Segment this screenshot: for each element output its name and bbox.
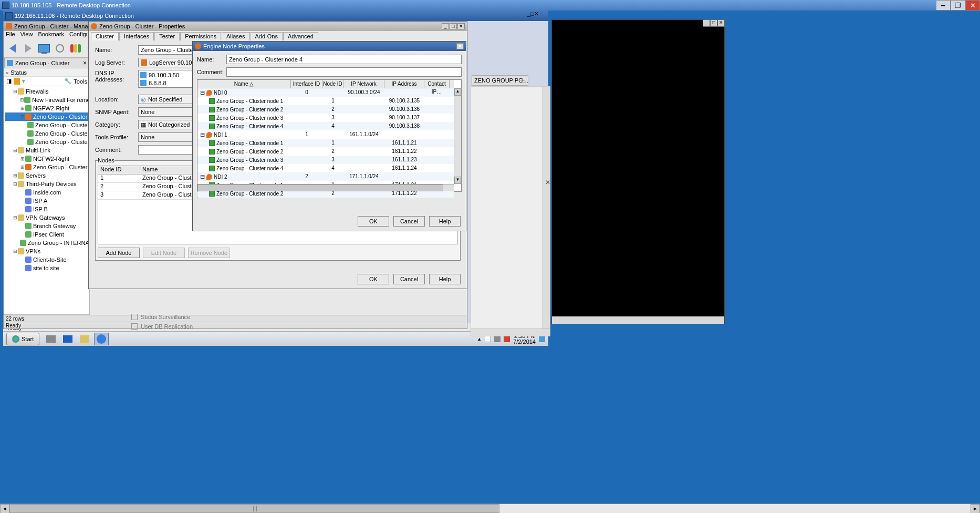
table-row[interactable]: Zeno Group - Cluster node 2290.100.3.136: [197, 105, 454, 114]
tree-item[interactable]: ⊟Zeno Group - Cluster: [5, 112, 88, 121]
maximize-button[interactable]: □: [530, 11, 534, 17]
minimize-button[interactable]: _: [703, 19, 710, 27]
tray-flag-icon[interactable]: [485, 336, 491, 342]
ok-button[interactable]: OK: [358, 216, 389, 227]
tree-item[interactable]: ⊞Zeno Group - Cluster: [5, 163, 88, 171]
engine-comment-field[interactable]: [226, 67, 462, 77]
col-contactip[interactable]: Contact IP…: [424, 80, 450, 88]
wrench-icon[interactable]: 🔧: [64, 78, 71, 85]
props-titlebar[interactable]: Zeno Group - Cluster - Properties _ □ ✕: [89, 22, 467, 31]
filter-icon[interactable]: ◨: [6, 78, 12, 85]
menu-file[interactable]: File: [6, 31, 15, 39]
vertical-scrollbar[interactable]: ▲▼: [454, 88, 461, 184]
add-node-button[interactable]: Add Node: [98, 248, 140, 258]
ok-button[interactable]: OK: [358, 274, 389, 284]
col-name[interactable]: Name △: [197, 80, 291, 88]
side-tab[interactable]: Zeno Group - Cluster ×: [4, 58, 89, 68]
cancel-button[interactable]: Cancel: [393, 274, 425, 284]
tree-item[interactable]: ⊟VPN Gateways: [5, 213, 88, 222]
task-folder[interactable]: [77, 333, 92, 345]
tree-item[interactable]: ⊟Multi-Link: [5, 146, 88, 155]
table-row[interactable]: Zeno Group - Cluster node 4490.100.3.138: [197, 122, 454, 130]
tray-network-icon[interactable]: [494, 336, 501, 342]
table-row[interactable]: ⊟NDI 0090.100.3.0/24: [197, 88, 454, 97]
tools-label[interactable]: Tools: [74, 78, 87, 85]
start-button[interactable]: Start: [6, 333, 39, 345]
settings-button[interactable]: [53, 42, 67, 55]
tree-item[interactable]: ⊟VPNs: [5, 247, 88, 255]
help-button[interactable]: Help: [429, 216, 461, 227]
scroll-left-button[interactable]: ◄: [0, 504, 9, 513]
tree-item[interactable]: ⊞NGFW2-Right: [5, 155, 88, 163]
status-lights-button[interactable]: [69, 42, 82, 55]
menu-view[interactable]: View: [20, 31, 33, 39]
scroll-right-button[interactable]: ►: [971, 504, 980, 513]
tree-item[interactable]: ⊟Firewalls: [5, 87, 88, 96]
add-tab-button[interactable]: +: [520, 76, 525, 85]
close-icon[interactable]: ×: [83, 59, 87, 67]
nav-back-button[interactable]: [6, 42, 19, 55]
console-window[interactable]: _□✕: [551, 19, 725, 324]
table-row[interactable]: Zeno Group - Cluster node 3390.100.3.137: [197, 114, 454, 122]
monitor-button[interactable]: [37, 42, 51, 55]
close-button[interactable]: ✕: [965, 0, 980, 11]
chk-status-surv[interactable]: Status Surveillance: [131, 312, 467, 322]
cancel-button[interactable]: Cancel: [393, 216, 425, 227]
horizontal-scrollbar[interactable]: [471, 329, 550, 336]
col-nodeid[interactable]: Node ID: [98, 166, 140, 174]
tree-item[interactable]: Zeno Group - Cluster no: [5, 138, 88, 146]
tree-item[interactable]: ISP B: [5, 205, 88, 213]
panel-close-button[interactable]: ✕: [545, 179, 551, 185]
outer-scrollbar[interactable]: ◄ ►: [0, 504, 980, 513]
minimize-button[interactable]: _: [442, 23, 449, 29]
col-interfaceid[interactable]: Interface ID: [291, 80, 322, 88]
tree-item[interactable]: Branch Gateway: [5, 222, 88, 230]
chk-user-db-repl[interactable]: User DB Replication: [131, 322, 467, 331]
engine-name-field[interactable]: Zeno Group - Cluster node 4: [226, 55, 462, 64]
task-explorer[interactable]: [44, 333, 58, 345]
hierarchy-icon[interactable]: [14, 78, 20, 85]
maximize-button[interactable]: ❐: [951, 0, 965, 11]
tray-sound-icon[interactable]: [504, 336, 510, 342]
close-button[interactable]: ✕: [456, 43, 464, 49]
tree-item[interactable]: Zeno Group - Cluster no: [5, 129, 88, 138]
close-button[interactable]: ✕: [717, 19, 725, 27]
help-button[interactable]: Help: [429, 274, 461, 284]
table-row[interactable]: Zeno Group - Cluster node 44161.1.1.24: [197, 164, 454, 172]
tree-item[interactable]: Inside.com: [5, 188, 88, 197]
engine-table[interactable]: Name △ Interface ID Node ID IP Network I…: [197, 79, 462, 192]
tab-tester[interactable]: Tester: [154, 32, 180, 40]
tree-item[interactable]: ⊞NGFW2-Right: [5, 104, 88, 112]
tray-show-desktop[interactable]: [539, 336, 545, 342]
col-ipnetwork[interactable]: IP Network: [343, 80, 384, 88]
tree-item[interactable]: Client-to-Site: [5, 255, 88, 264]
tab-interfaces[interactable]: Interfaces: [119, 32, 154, 40]
tree-item[interactable]: ⊞Servers: [5, 171, 88, 180]
table-row[interactable]: Zeno Group - Cluster node 33161.1.1.23: [197, 156, 454, 164]
close-button[interactable]: ✕: [534, 11, 539, 17]
tab-advanced[interactable]: Advanced: [283, 32, 318, 40]
tab-aliases[interactable]: Aliases: [222, 32, 249, 40]
tree-item[interactable]: ⊞New Firewall For remote tes: [5, 96, 88, 104]
tray-show-hidden-icon[interactable]: ▲: [477, 336, 482, 342]
table-row[interactable]: ⊟NDI 22171.1.1.0/24: [197, 172, 454, 181]
tree-item[interactable]: site to site: [5, 264, 88, 272]
horizontal-scrollbar[interactable]: [552, 316, 724, 324]
vertical-scrollbar[interactable]: [543, 87, 550, 329]
tab-permissions[interactable]: Permissions: [180, 32, 221, 40]
tree-item[interactable]: IPsec Client: [5, 230, 88, 239]
table-row[interactable]: ⊟NDI 11161.1.1.0/24: [197, 130, 454, 139]
menu-bookmark[interactable]: Bookmark: [38, 31, 64, 39]
close-button[interactable]: ✕: [457, 23, 465, 29]
tree-item[interactable]: ⊟Third-Party Devices: [5, 180, 88, 188]
minimize-button[interactable]: ━: [936, 0, 951, 11]
maximize-button[interactable]: □: [450, 23, 457, 29]
tree-item[interactable]: ISP A: [5, 197, 88, 205]
col-ipaddress[interactable]: IP Address: [384, 80, 424, 88]
horizontal-scrollbar[interactable]: [197, 184, 454, 191]
task-powershell[interactable]: [60, 333, 75, 345]
scroll-thumb[interactable]: [9, 504, 499, 513]
engine-titlebar[interactable]: Engine Node Properties ✕: [193, 42, 466, 51]
tree-item[interactable]: Zeno Group - INTERNAL GV: [5, 239, 88, 247]
task-app[interactable]: [94, 333, 109, 345]
